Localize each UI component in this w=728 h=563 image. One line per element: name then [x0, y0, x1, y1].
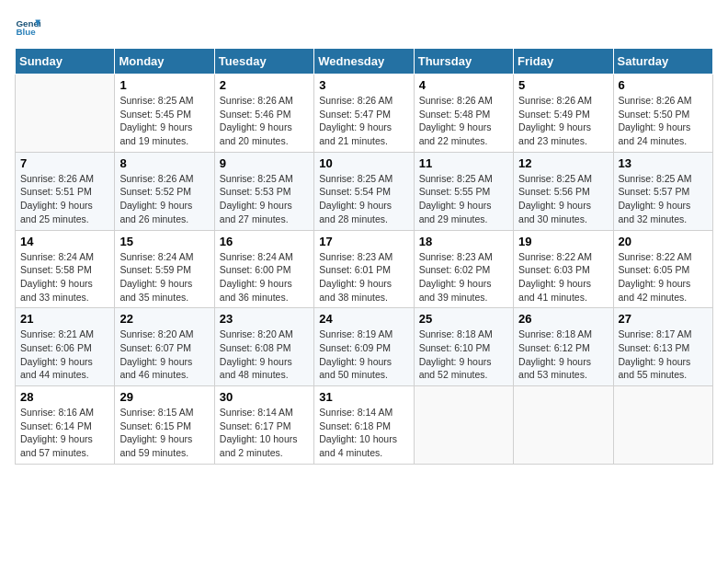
day-header-monday: Monday — [115, 49, 214, 75]
day-number: 18 — [419, 235, 508, 248]
calendar-cell: 14Sunrise: 8:24 AMSunset: 5:58 PMDayligh… — [16, 230, 115, 308]
calendar-cell: 4Sunrise: 8:26 AMSunset: 5:48 PMDaylight… — [414, 75, 513, 153]
day-info: Sunrise: 8:14 AMSunset: 6:18 PMDaylight:… — [319, 406, 408, 460]
day-number: 15 — [119, 235, 209, 248]
day-number: 30 — [220, 390, 309, 404]
calendar-cell: 12Sunrise: 8:25 AMSunset: 5:56 PMDayligh… — [514, 152, 613, 230]
day-number: 12 — [518, 156, 608, 170]
day-info: Sunrise: 8:24 AMSunset: 6:00 PMDaylight:… — [220, 250, 309, 304]
calendar-cell: 27Sunrise: 8:17 AMSunset: 6:13 PMDayligh… — [613, 308, 712, 386]
calendar-cell: 20Sunrise: 8:22 AMSunset: 6:05 PMDayligh… — [613, 230, 712, 308]
calendar-cell: 7Sunrise: 8:26 AMSunset: 5:51 PMDaylight… — [16, 152, 115, 230]
calendar-cell — [16, 75, 115, 153]
day-number: 1 — [119, 78, 209, 92]
day-number: 20 — [619, 235, 708, 248]
calendar-cell: 18Sunrise: 8:23 AMSunset: 6:02 PMDayligh… — [414, 230, 513, 308]
week-row-2: 14Sunrise: 8:24 AMSunset: 5:58 PMDayligh… — [16, 230, 713, 308]
day-info: Sunrise: 8:19 AMSunset: 6:09 PMDaylight:… — [319, 327, 408, 382]
day-info: Sunrise: 8:17 AMSunset: 6:13 PMDaylight:… — [619, 327, 708, 382]
day-info: Sunrise: 8:26 AMSunset: 5:52 PMDaylight:… — [119, 172, 209, 226]
day-info: Sunrise: 8:18 AMSunset: 6:12 PMDaylight:… — [518, 327, 608, 382]
week-row-3: 21Sunrise: 8:21 AMSunset: 6:06 PMDayligh… — [16, 308, 713, 386]
day-number: 31 — [319, 390, 408, 404]
day-number: 21 — [20, 312, 109, 326]
calendar-cell: 30Sunrise: 8:14 AMSunset: 6:17 PMDayligh… — [214, 386, 313, 465]
calendar-cell: 31Sunrise: 8:14 AMSunset: 6:18 PMDayligh… — [314, 386, 414, 465]
day-info: Sunrise: 8:26 AMSunset: 5:50 PMDaylight:… — [619, 94, 708, 148]
day-number: 11 — [419, 156, 508, 170]
day-number: 26 — [518, 312, 608, 326]
calendar-cell: 15Sunrise: 8:24 AMSunset: 5:59 PMDayligh… — [115, 230, 214, 308]
day-info: Sunrise: 8:23 AMSunset: 6:01 PMDaylight:… — [319, 250, 408, 304]
page-header: General Blue — [15, 15, 713, 40]
calendar-cell — [414, 386, 513, 465]
day-number: 13 — [619, 156, 708, 170]
calendar-cell: 2Sunrise: 8:26 AMSunset: 5:46 PMDaylight… — [214, 75, 313, 153]
calendar-cell: 28Sunrise: 8:16 AMSunset: 6:14 PMDayligh… — [16, 386, 115, 465]
calendar-cell: 21Sunrise: 8:21 AMSunset: 6:06 PMDayligh… — [16, 308, 115, 386]
day-number: 22 — [119, 312, 209, 326]
day-info: Sunrise: 8:24 AMSunset: 5:59 PMDaylight:… — [119, 250, 209, 304]
calendar-cell: 22Sunrise: 8:20 AMSunset: 6:07 PMDayligh… — [115, 308, 214, 386]
calendar-header-row: SundayMondayTuesdayWednesdayThursdayFrid… — [16, 49, 713, 75]
day-header-saturday: Saturday — [613, 49, 712, 75]
calendar-cell: 8Sunrise: 8:26 AMSunset: 5:52 PMDaylight… — [115, 152, 214, 230]
calendar-body: 1Sunrise: 8:25 AMSunset: 5:45 PMDaylight… — [16, 75, 713, 465]
day-info: Sunrise: 8:16 AMSunset: 6:14 PMDaylight:… — [20, 406, 109, 460]
svg-text:Blue: Blue — [16, 27, 36, 37]
calendar-cell: 1Sunrise: 8:25 AMSunset: 5:45 PMDaylight… — [115, 75, 214, 153]
calendar-cell: 6Sunrise: 8:26 AMSunset: 5:50 PMDaylight… — [613, 75, 712, 153]
day-info: Sunrise: 8:20 AMSunset: 6:07 PMDaylight:… — [119, 327, 209, 382]
day-info: Sunrise: 8:26 AMSunset: 5:51 PMDaylight:… — [20, 172, 109, 226]
calendar-table: SundayMondayTuesdayWednesdayThursdayFrid… — [15, 48, 713, 465]
calendar-cell: 17Sunrise: 8:23 AMSunset: 6:01 PMDayligh… — [314, 230, 414, 308]
day-info: Sunrise: 8:25 AMSunset: 5:57 PMDaylight:… — [619, 172, 708, 226]
day-info: Sunrise: 8:25 AMSunset: 5:45 PMDaylight:… — [119, 94, 209, 148]
calendar-cell: 5Sunrise: 8:26 AMSunset: 5:49 PMDaylight… — [514, 75, 613, 153]
day-header-sunday: Sunday — [16, 49, 115, 75]
day-number: 10 — [319, 156, 408, 170]
day-number: 23 — [220, 312, 309, 326]
calendar-cell: 29Sunrise: 8:15 AMSunset: 6:15 PMDayligh… — [115, 386, 214, 465]
day-info: Sunrise: 8:26 AMSunset: 5:47 PMDaylight:… — [319, 94, 408, 148]
calendar-cell: 25Sunrise: 8:18 AMSunset: 6:10 PMDayligh… — [414, 308, 513, 386]
day-info: Sunrise: 8:21 AMSunset: 6:06 PMDaylight:… — [20, 327, 109, 382]
calendar-cell: 24Sunrise: 8:19 AMSunset: 6:09 PMDayligh… — [314, 308, 414, 386]
day-number: 25 — [419, 312, 508, 326]
day-number: 24 — [319, 312, 408, 326]
day-number: 9 — [220, 156, 309, 170]
day-info: Sunrise: 8:24 AMSunset: 5:58 PMDaylight:… — [20, 250, 109, 304]
day-number: 16 — [220, 235, 309, 248]
day-info: Sunrise: 8:26 AMSunset: 5:48 PMDaylight:… — [419, 94, 508, 148]
day-number: 5 — [518, 78, 608, 92]
calendar-cell: 13Sunrise: 8:25 AMSunset: 5:57 PMDayligh… — [613, 152, 712, 230]
day-number: 2 — [220, 78, 309, 92]
logo: General Blue — [15, 15, 44, 40]
day-number: 17 — [319, 235, 408, 248]
day-header-friday: Friday — [514, 49, 613, 75]
day-info: Sunrise: 8:22 AMSunset: 6:05 PMDaylight:… — [619, 250, 708, 304]
calendar-cell: 9Sunrise: 8:25 AMSunset: 5:53 PMDaylight… — [214, 152, 313, 230]
day-header-thursday: Thursday — [414, 49, 513, 75]
week-row-4: 28Sunrise: 8:16 AMSunset: 6:14 PMDayligh… — [16, 386, 713, 465]
day-number: 6 — [619, 78, 708, 92]
day-info: Sunrise: 8:25 AMSunset: 5:53 PMDaylight:… — [220, 172, 309, 226]
day-info: Sunrise: 8:23 AMSunset: 6:02 PMDaylight:… — [419, 250, 508, 304]
day-info: Sunrise: 8:18 AMSunset: 6:10 PMDaylight:… — [419, 327, 508, 382]
day-number: 4 — [419, 78, 508, 92]
day-number: 19 — [518, 235, 608, 248]
day-info: Sunrise: 8:20 AMSunset: 6:08 PMDaylight:… — [220, 327, 309, 382]
calendar-cell: 10Sunrise: 8:25 AMSunset: 5:54 PMDayligh… — [314, 152, 414, 230]
day-number: 14 — [20, 235, 109, 248]
calendar-cell: 19Sunrise: 8:22 AMSunset: 6:03 PMDayligh… — [514, 230, 613, 308]
day-number: 3 — [319, 78, 408, 92]
day-number: 7 — [20, 156, 109, 170]
day-info: Sunrise: 8:26 AMSunset: 5:49 PMDaylight:… — [518, 94, 608, 148]
day-info: Sunrise: 8:25 AMSunset: 5:54 PMDaylight:… — [319, 172, 408, 226]
calendar-cell: 26Sunrise: 8:18 AMSunset: 6:12 PMDayligh… — [514, 308, 613, 386]
day-number: 29 — [119, 390, 209, 404]
day-info: Sunrise: 8:22 AMSunset: 6:03 PMDaylight:… — [518, 250, 608, 304]
day-header-tuesday: Tuesday — [214, 49, 313, 75]
calendar-cell: 11Sunrise: 8:25 AMSunset: 5:55 PMDayligh… — [414, 152, 513, 230]
week-row-1: 7Sunrise: 8:26 AMSunset: 5:51 PMDaylight… — [16, 152, 713, 230]
